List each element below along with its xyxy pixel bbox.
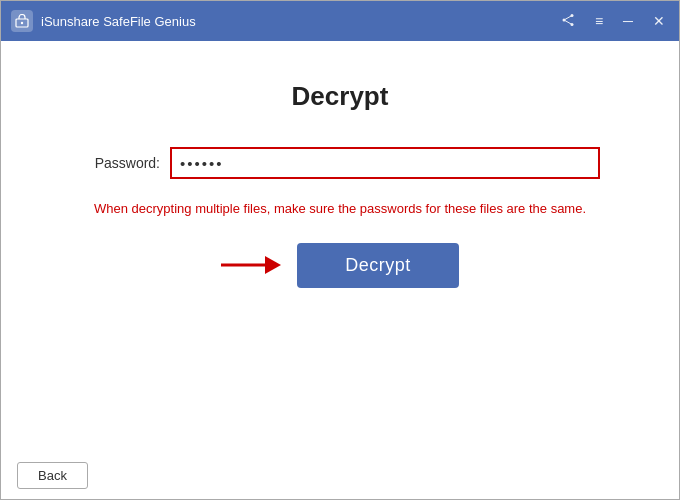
close-button[interactable]: ✕	[649, 12, 669, 30]
window-controls: ≡ ─ ✕	[557, 11, 669, 31]
page-title: Decrypt	[292, 81, 389, 112]
app-window: iSunshare SafeFile Genius ≡ ─ ✕ Decrypt …	[0, 0, 680, 500]
svg-marker-8	[265, 256, 281, 274]
svg-line-5	[564, 16, 572, 21]
footer: Back	[1, 452, 679, 499]
decrypt-action-row: Decrypt	[221, 243, 459, 288]
share-button[interactable]	[557, 11, 579, 31]
app-icon	[11, 10, 33, 32]
password-row: Password:	[80, 147, 600, 179]
minimize-button[interactable]: ─	[619, 12, 637, 30]
title-bar: iSunshare SafeFile Genius ≡ ─ ✕	[1, 1, 679, 41]
window-title: iSunshare SafeFile Genius	[41, 14, 557, 29]
password-input[interactable]	[170, 147, 600, 179]
password-label: Password:	[80, 155, 160, 171]
svg-line-6	[564, 20, 572, 25]
warning-message: When decrypting multiple files, make sur…	[94, 199, 586, 219]
back-button[interactable]: Back	[17, 462, 88, 489]
decrypt-button[interactable]: Decrypt	[297, 243, 459, 288]
arrow-icon	[221, 251, 281, 279]
svg-point-1	[21, 22, 23, 24]
menu-button[interactable]: ≡	[591, 12, 607, 30]
main-content: Decrypt Password: When decrypting multip…	[1, 41, 679, 452]
